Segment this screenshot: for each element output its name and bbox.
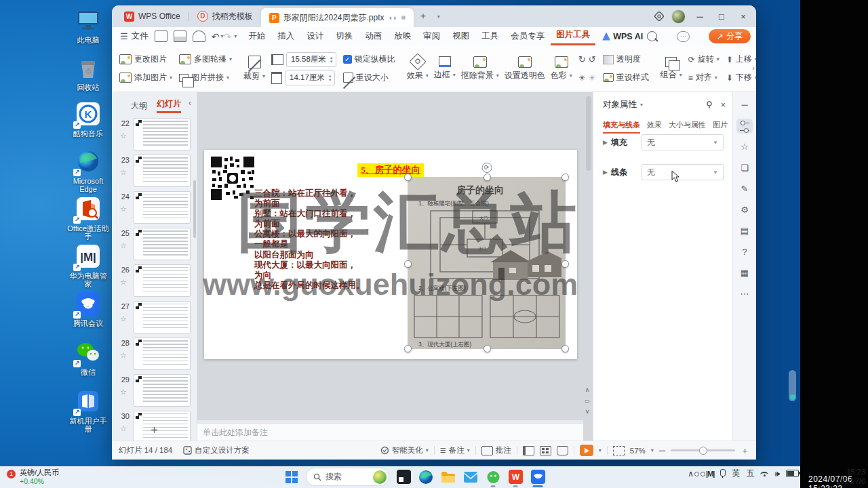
- editor-notes-icon[interactable]: ✎: [736, 182, 753, 197]
- play-slideshow-button[interactable]: [580, 445, 593, 456]
- taskbar-edge[interactable]: [418, 469, 434, 485]
- resize-handle-se[interactable]: [561, 345, 569, 352]
- tab-fill-line[interactable]: 填充与线条: [603, 120, 640, 134]
- input-language[interactable]: 英: [732, 468, 740, 479]
- resize-handle-sw[interactable]: [404, 345, 412, 352]
- slide-thumbnail[interactable]: [134, 374, 191, 407]
- zoom-out-button[interactable]: ─: [659, 445, 665, 455]
- smart-beautify-button[interactable]: 智能美化▾: [380, 445, 429, 455]
- star-icon[interactable]: ☆: [120, 168, 127, 177]
- tray-huawei-icon[interactable]: |M|: [706, 470, 714, 478]
- star-icon[interactable]: ☆: [120, 278, 127, 287]
- user-avatar[interactable]: [671, 9, 686, 24]
- slide-title[interactable]: 5、房子的坐向: [357, 163, 424, 177]
- height-input[interactable]: 15.58厘米▲▼: [286, 52, 336, 67]
- slide-thumbnail[interactable]: [134, 191, 191, 224]
- tray-expand-button[interactable]: ∧: [688, 469, 694, 479]
- comments-button[interactable]: 批注: [481, 445, 511, 455]
- taskbar-dark-app[interactable]: [395, 469, 412, 485]
- more-icons-button[interactable]: ⋯: [736, 287, 753, 302]
- redo-button[interactable]: ↷: [223, 31, 231, 42]
- panel-scrollbar[interactable]: [193, 180, 196, 238]
- taskbar-green-app[interactable]: [485, 469, 501, 485]
- widgets-ticker[interactable]: 1 英镑/人民币 +0.40%: [7, 468, 59, 485]
- close-panel-icon[interactable]: ×: [721, 100, 726, 110]
- fill-dropdown[interactable]: 无▼: [642, 134, 724, 150]
- slide-thumbnail[interactable]: [134, 264, 191, 297]
- wifi-icon[interactable]: [760, 472, 768, 478]
- add-picture-button[interactable]: 添加图片▾: [119, 70, 172, 85]
- desktop-icon-this-pc[interactable]: 此电脑: [66, 7, 110, 44]
- tab-size-properties[interactable]: 大小与属性: [669, 120, 706, 134]
- favorites-icon[interactable]: ☆: [736, 140, 753, 155]
- desktop-icon-kugou[interactable]: K ↗ 酷狗音乐: [66, 100, 110, 138]
- rotate-left-icon[interactable]: ↺: [589, 54, 596, 64]
- reset-style-button[interactable]: 重设样式: [603, 70, 649, 85]
- comments-panel-icon[interactable]: ❏: [736, 161, 753, 176]
- slide-thumbnail[interactable]: [134, 301, 191, 333]
- border-button[interactable]: 边框▾: [431, 56, 458, 81]
- close-button[interactable]: ×: [736, 12, 751, 22]
- menu-slideshow[interactable]: 放映: [388, 30, 417, 42]
- tab-slides[interactable]: 幻灯片: [157, 98, 181, 113]
- desktop-icon-tencent-meeting[interactable]: ↗ 腾讯会议: [66, 290, 110, 327]
- menu-file[interactable]: 文件: [132, 30, 155, 42]
- design-scheme-button[interactable]: 自定义设计方案: [183, 445, 250, 455]
- menu-picture-tools[interactable]: 图片工具: [551, 27, 595, 45]
- resize-handle-s[interactable]: [484, 345, 491, 352]
- width-input[interactable]: 14.17厘米▲▼: [285, 70, 335, 85]
- reading-view-button[interactable]: [557, 446, 568, 455]
- tab-picture[interactable]: 图片: [713, 120, 728, 134]
- expand-arrow-icon[interactable]: ▶: [603, 169, 608, 176]
- floating-widget[interactable]: [789, 370, 796, 401]
- lock-ratio-checkbox[interactable]: ✓锁定纵横比: [343, 52, 395, 67]
- effects-button[interactable]: 效果▾: [404, 56, 431, 81]
- battery-icon[interactable]: [786, 470, 799, 477]
- rotate-right-icon[interactable]: ↻: [578, 54, 586, 64]
- star-icon[interactable]: ☆: [120, 241, 127, 250]
- zoom-level[interactable]: 57%: [630, 447, 646, 455]
- notes-bar[interactable]: 单击此处添加备注: [197, 423, 583, 441]
- star-icon[interactable]: ☆: [120, 131, 127, 140]
- volume-icon[interactable]: 🕪: [774, 469, 780, 479]
- menu-animation[interactable]: 动画: [359, 30, 388, 42]
- slide-sorter-button[interactable]: [540, 446, 551, 455]
- object-properties-icon[interactable]: [736, 119, 753, 134]
- desktop-icon-wechat[interactable]: ↗ 微信: [66, 339, 110, 376]
- desktop-icon-recycle-bin[interactable]: ♲ 回收站: [66, 54, 110, 92]
- input-method[interactable]: 五: [746, 468, 754, 479]
- menu-view[interactable]: 视图: [446, 30, 475, 42]
- preview-icon[interactable]: [193, 30, 205, 42]
- star-icon[interactable]: ☆: [120, 205, 127, 214]
- tab-effects[interactable]: 效果: [647, 120, 662, 134]
- pin-icon[interactable]: [705, 100, 714, 109]
- search-icon[interactable]: [647, 31, 657, 41]
- taskbar-mail[interactable]: [462, 469, 479, 485]
- menu-transition[interactable]: 切换: [330, 30, 359, 42]
- rotate-handle[interactable]: ⟳: [481, 163, 492, 173]
- zoom-in-button[interactable]: ＋: [741, 445, 749, 457]
- editing-canvas[interactable]: 5、房子的坐向 三合院：站在正厅往外看， 为前面 别墅：站在大门口往前看， 为前…: [197, 92, 593, 441]
- tab-document[interactable]: P 形家阴阳法2024周棠莎.pptx ◖◗: [261, 8, 414, 27]
- slide-thumbnail[interactable]: [134, 155, 191, 187]
- zoom-options-button[interactable]: ▾: [651, 447, 654, 453]
- menu-start[interactable]: 开始: [242, 30, 271, 42]
- star-icon[interactable]: ☆: [120, 314, 127, 323]
- tools-icon[interactable]: ⚙: [736, 203, 753, 218]
- fit-slide-button[interactable]: [613, 446, 625, 455]
- collapse-sidebar-icon[interactable]: ─: [736, 98, 753, 113]
- slide-thumbnail[interactable]: [134, 228, 191, 260]
- taskbar-tencent-meeting[interactable]: [530, 469, 546, 485]
- rotate-button[interactable]: ⟳旋转▾: [688, 52, 719, 67]
- collage-button[interactable]: 图片拼接▾: [179, 70, 232, 85]
- addons-icon[interactable]: ▦: [736, 266, 753, 281]
- color-button[interactable]: 色彩▾: [548, 56, 575, 81]
- undo-button[interactable]: ↶: [212, 31, 220, 42]
- tab-docer[interactable]: D 找稻壳模板: [189, 7, 261, 25]
- menu-tools[interactable]: 工具: [475, 30, 505, 42]
- menu-member[interactable]: 会员专享: [505, 30, 551, 42]
- taskbar-search[interactable]: 搜索: [306, 468, 389, 486]
- taskbar-file-explorer[interactable]: [440, 469, 456, 485]
- slide-thumbnail[interactable]: [134, 411, 191, 443]
- star-icon[interactable]: ☆: [120, 424, 127, 433]
